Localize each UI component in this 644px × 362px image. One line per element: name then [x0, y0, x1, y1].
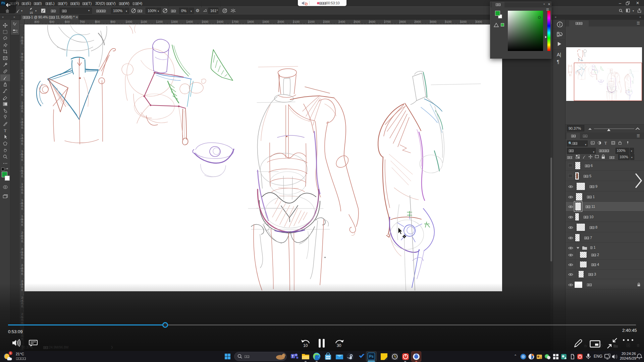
svg-text:T: T — [292, 355, 294, 358]
svg-text:10: 10 — [303, 343, 308, 348]
svg-text:30: 30 — [337, 343, 341, 348]
svg-text:T: T — [4, 128, 7, 133]
